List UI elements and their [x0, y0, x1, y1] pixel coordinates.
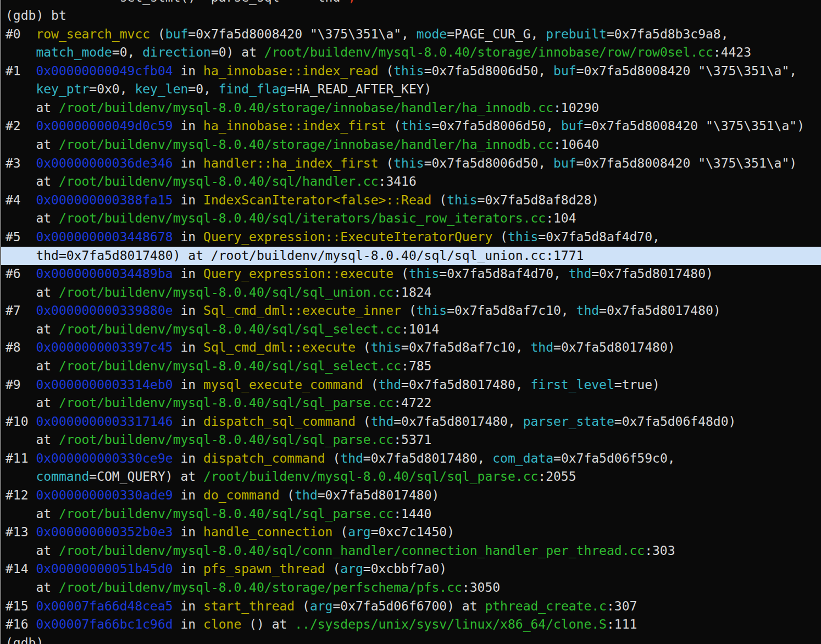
- text-segment-b: 0x000000000330ade9: [36, 488, 173, 502]
- text-segment-w: (: [295, 599, 310, 613]
- text-segment-w: in: [173, 562, 203, 576]
- text-segment-c: match_mode: [36, 45, 112, 59]
- text-segment-w: :4722: [393, 396, 431, 410]
- text-segment-w: =0x7fa5d8008420 "\375\351\a",: [576, 64, 797, 78]
- text-segment-w: =0) at: [211, 45, 264, 59]
- text-segment-w: (: [356, 340, 371, 354]
- text-segment-w: =true): [614, 377, 660, 392]
- text-segment-w: #13: [5, 525, 36, 539]
- text-segment-g: /root/buildenv/mysql-8.0.40/sql/sql_pars…: [59, 432, 393, 447]
- text-segment-g: /root/buildenv/mysql-8.0.40/sql/iterator…: [59, 211, 546, 225]
- text-segment-b: 0x0000000003397c45: [36, 340, 173, 354]
- terminal-screen[interactable]: set_stmt() parse_sql thd ,(gdb) bt#0 row…: [0, 0, 821, 644]
- text-segment-w: in: [173, 64, 203, 78]
- backtrace-line: #11 0x000000000330ce9e in dispatch_comma…: [1, 449, 821, 468]
- text-segment-w: [5, 82, 36, 96]
- backtrace-line: at /root/buildenv/mysql-8.0.40/storage/p…: [1, 579, 821, 597]
- text-segment-g: /root/buildenv/mysql-8.0.40/storage/perf…: [59, 580, 462, 595]
- text-segment-b: 0x00007fa66d48cea5: [36, 599, 173, 613]
- text-segment-y: do_command: [203, 488, 279, 502]
- text-segment-w: =0x7fa5d8017480): [553, 340, 675, 354]
- text-segment-w: at: [5, 543, 59, 558]
- backtrace-line: at /root/buildenv/mysql-8.0.40/sql/sql_s…: [1, 320, 821, 339]
- text-segment-w: =0x7fa5d8b3c9a8,: [607, 27, 729, 41]
- backtrace-line: #16 0x00007fa66bc1c96d in clone () at ..…: [1, 615, 821, 634]
- text-segment-w: :3050: [462, 580, 500, 595]
- text-segment-y: ha_innobase::index_read: [203, 64, 379, 78]
- text-segment-w: (: [325, 451, 341, 465]
- text-segment-c: thd: [295, 488, 318, 502]
- text-segment-w: =PAGE_CUR_G,: [447, 27, 546, 41]
- text-segment-w: #8: [5, 340, 36, 354]
- text-segment-w: at: [5, 285, 59, 299]
- text-segment-w: =0x7fa5d8017480): [591, 267, 713, 281]
- text-segment-w: (: [393, 267, 409, 281]
- text-segment-c: thd: [340, 451, 363, 465]
- text-segment-w: (: [325, 562, 341, 576]
- text-segment-w: in: [173, 230, 203, 244]
- backtrace-line: #14 0x00000000051b45d0 in pfs_spawn_thre…: [1, 560, 821, 579]
- text-segment-w: [5, 45, 36, 59]
- text-segment-w: #9: [5, 377, 36, 392]
- text-segment-c: buf: [561, 119, 584, 133]
- text-segment-b: 0x00000000036de346: [36, 156, 173, 170]
- backtrace-line: #13 0x000000000352b0e3 in handle_connect…: [1, 523, 821, 542]
- text-segment-c: parser_state: [523, 414, 614, 429]
- text-segment-y: Query_expression::execute: [203, 267, 393, 281]
- text-segment-b: 0x0000000003317146: [36, 414, 173, 429]
- text-segment-r: ,: [348, 0, 356, 4]
- text-segment-w: #2: [5, 119, 36, 133]
- text-segment-c: this: [508, 230, 538, 244]
- text-segment-g: /root/buildenv/mysql-8.0.40/sql/handler.…: [59, 174, 379, 188]
- text-segment-w: at: [5, 507, 59, 521]
- text-segment-c: command: [36, 469, 89, 484]
- text-segment-c: thd: [371, 414, 394, 429]
- text-segment-w: (: [280, 488, 295, 502]
- backtrace-line: at /root/buildenv/mysql-8.0.40/storage/i…: [1, 99, 821, 118]
- backtrace-line: at /root/buildenv/mysql-8.0.40/sql/itera…: [1, 209, 821, 228]
- text-segment-w: :1440: [393, 507, 431, 521]
- text-segment-y: Sql_cmd_dml::execute_inner: [203, 303, 401, 318]
- text-segment-c: this: [371, 340, 401, 354]
- text-segment-w: in: [173, 599, 203, 613]
- text-segment-w: #11: [5, 451, 36, 465]
- text-segment-w: [5, 469, 36, 484]
- text-segment-w: #4: [5, 193, 36, 207]
- text-segment-w: #0: [5, 27, 36, 41]
- text-segment-g: /root/buildenv/mysql-8.0.40/storage/inno…: [264, 45, 713, 59]
- backtrace-line: #10 0x0000000003317146 in dispatch_sql_c…: [1, 413, 821, 431]
- text-segment-b: 0x00007fa66bc1c96d: [36, 617, 173, 631]
- backtrace-line: #2 0x00000000049d0c59 in ha_innobase::in…: [1, 117, 821, 136]
- text-segment-w: =0xc7c1450): [371, 525, 454, 539]
- text-segment-w: :104: [546, 211, 576, 225]
- text-segment-w: (: [356, 414, 371, 429]
- text-segment-y: Query_expression::ExecuteIteratorQuery: [203, 230, 492, 244]
- text-segment-y: dispatch_sql_command: [203, 414, 356, 429]
- text-segment-w: =0,: [188, 82, 218, 96]
- text-segment-y: handle_connection: [203, 525, 332, 539]
- text-segment-c: find_flag: [219, 82, 287, 96]
- text-segment-g: /root/buildenv/mysql-8.0.40/storage/inno…: [59, 137, 553, 152]
- text-segment-c: this: [401, 119, 431, 133]
- text-segment-w: #16: [5, 617, 36, 631]
- clipped-gdb-prompt: (gdb): [1, 634, 821, 644]
- text-segment-w: at: [5, 174, 59, 188]
- backtrace-line: at /root/buildenv/mysql-8.0.40/sql/sql_p…: [1, 505, 821, 524]
- backtrace-line: #9 0x0000000003314eb0 in mysql_execute_c…: [1, 376, 821, 395]
- text-segment-c: this: [417, 303, 447, 318]
- text-segment-w: at: [5, 432, 59, 447]
- text-segment-c: buf: [553, 156, 576, 170]
- text-segment-b: 0x000000000388fa15: [36, 193, 173, 207]
- clipped-previous-line: set_stmt() parse_sql thd ,: [1, 0, 821, 7]
- text-segment-w: =0x7fa5d8008420 "\375\351\a"): [584, 119, 805, 133]
- text-segment-b: 0x0000000003314eb0: [36, 377, 173, 392]
- text-segment-w: =0x7fa5d8008420 "\375\351\a"): [576, 156, 797, 170]
- text-segment-w: at: [5, 137, 59, 152]
- backtrace-line: #5 0x0000000003448678 in Query_expressio…: [1, 228, 821, 247]
- text-segment-b: 0x000000000330ce9e: [36, 451, 173, 465]
- text-segment-w: =0x7fa5d06f48d0): [614, 414, 736, 429]
- text-segment-w: (: [332, 525, 348, 539]
- text-segment-w: in: [173, 303, 203, 318]
- text-segment-w: #7: [5, 303, 36, 318]
- text-segment-w: =HA_READ_AFTER_KEY): [287, 82, 431, 96]
